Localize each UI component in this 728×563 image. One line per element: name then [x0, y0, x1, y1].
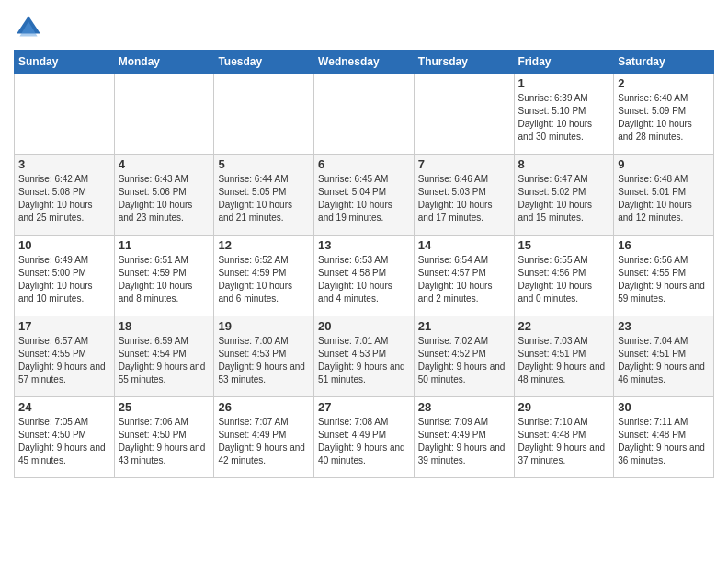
calendar-cell: 27Sunrise: 7:08 AM Sunset: 4:49 PM Dayli… [314, 397, 415, 478]
day-info: Sunrise: 6:46 AM Sunset: 5:03 PM Dayligh… [418, 173, 510, 224]
calendar-cell: 6Sunrise: 6:45 AM Sunset: 5:04 PM Daylig… [314, 155, 415, 236]
calendar-cell: 9Sunrise: 6:48 AM Sunset: 5:01 PM Daylig… [614, 155, 714, 236]
day-info: Sunrise: 6:45 AM Sunset: 5:04 PM Dayligh… [318, 173, 410, 224]
day-number: 19 [218, 319, 310, 333]
day-info: Sunrise: 7:03 AM Sunset: 4:51 PM Dayligh… [518, 335, 610, 386]
calendar-cell: 29Sunrise: 7:10 AM Sunset: 4:48 PM Dayli… [514, 397, 614, 478]
calendar-cell: 7Sunrise: 6:46 AM Sunset: 5:03 PM Daylig… [414, 155, 514, 236]
day-number: 5 [218, 157, 310, 171]
calendar-cell: 22Sunrise: 7:03 AM Sunset: 4:51 PM Dayli… [514, 316, 614, 397]
calendar-cell [314, 74, 415, 155]
calendar-cell [414, 74, 514, 155]
calendar-header-monday: Monday [114, 51, 214, 74]
calendar-header-sunday: Sunday [15, 51, 115, 74]
day-number: 15 [518, 238, 610, 252]
calendar-cell: 24Sunrise: 7:05 AM Sunset: 4:50 PM Dayli… [15, 397, 115, 478]
day-number: 1 [518, 76, 610, 90]
calendar-cell: 13Sunrise: 6:53 AM Sunset: 4:58 PM Dayli… [314, 236, 415, 316]
day-number: 28 [418, 400, 510, 414]
day-info: Sunrise: 6:53 AM Sunset: 4:58 PM Dayligh… [318, 254, 410, 305]
logo [14, 13, 47, 42]
day-number: 25 [119, 400, 210, 414]
day-number: 14 [418, 238, 510, 252]
day-info: Sunrise: 6:44 AM Sunset: 5:05 PM Dayligh… [218, 173, 310, 224]
day-number: 20 [318, 319, 410, 333]
day-info: Sunrise: 6:42 AM Sunset: 5:08 PM Dayligh… [18, 173, 110, 224]
calendar-header-wednesday: Wednesday [314, 51, 415, 74]
calendar-header-saturday: Saturday [614, 51, 714, 74]
day-info: Sunrise: 7:01 AM Sunset: 4:53 PM Dayligh… [318, 335, 410, 386]
day-info: Sunrise: 6:59 AM Sunset: 4:54 PM Dayligh… [119, 335, 210, 386]
day-number: 24 [18, 400, 110, 414]
day-info: Sunrise: 6:48 AM Sunset: 5:01 PM Dayligh… [618, 173, 710, 224]
calendar-cell: 16Sunrise: 6:56 AM Sunset: 4:55 PM Dayli… [614, 236, 714, 316]
calendar-header-row: SundayMondayTuesdayWednesdayThursdayFrid… [15, 51, 714, 74]
calendar-cell: 8Sunrise: 6:47 AM Sunset: 5:02 PM Daylig… [514, 155, 614, 236]
day-number: 13 [318, 238, 410, 252]
calendar-cell: 18Sunrise: 6:59 AM Sunset: 4:54 PM Dayli… [114, 316, 214, 397]
day-number: 12 [218, 238, 310, 252]
day-number: 27 [318, 400, 410, 414]
calendar-cell: 26Sunrise: 7:07 AM Sunset: 4:49 PM Dayli… [214, 397, 314, 478]
day-info: Sunrise: 7:11 AM Sunset: 4:48 PM Dayligh… [618, 416, 710, 467]
calendar-cell: 5Sunrise: 6:44 AM Sunset: 5:05 PM Daylig… [214, 155, 314, 236]
calendar-header-friday: Friday [514, 51, 614, 74]
page: SundayMondayTuesdayWednesdayThursdayFrid… [0, 0, 728, 492]
calendar-header-thursday: Thursday [414, 51, 514, 74]
calendar-cell: 28Sunrise: 7:09 AM Sunset: 4:49 PM Dayli… [414, 397, 514, 478]
day-info: Sunrise: 6:39 AM Sunset: 5:10 PM Dayligh… [518, 92, 610, 144]
calendar-week-1: 1Sunrise: 6:39 AM Sunset: 5:10 PM Daylig… [15, 74, 714, 155]
day-info: Sunrise: 6:57 AM Sunset: 4:55 PM Dayligh… [18, 335, 110, 386]
day-info: Sunrise: 7:02 AM Sunset: 4:52 PM Dayligh… [418, 335, 510, 386]
day-number: 17 [18, 319, 110, 333]
calendar-cell [15, 74, 115, 155]
day-number: 22 [518, 319, 610, 333]
calendar-cell: 1Sunrise: 6:39 AM Sunset: 5:10 PM Daylig… [514, 74, 614, 155]
calendar-week-4: 17Sunrise: 6:57 AM Sunset: 4:55 PM Dayli… [15, 316, 714, 397]
day-info: Sunrise: 6:49 AM Sunset: 5:00 PM Dayligh… [18, 254, 110, 305]
calendar-cell: 30Sunrise: 7:11 AM Sunset: 4:48 PM Dayli… [614, 397, 714, 478]
day-info: Sunrise: 7:07 AM Sunset: 4:49 PM Dayligh… [218, 416, 310, 467]
day-info: Sunrise: 6:47 AM Sunset: 5:02 PM Dayligh… [518, 173, 610, 224]
day-info: Sunrise: 7:04 AM Sunset: 4:51 PM Dayligh… [618, 335, 710, 386]
day-info: Sunrise: 7:05 AM Sunset: 4:50 PM Dayligh… [18, 416, 110, 467]
calendar-cell: 12Sunrise: 6:52 AM Sunset: 4:59 PM Dayli… [214, 236, 314, 316]
calendar-cell: 23Sunrise: 7:04 AM Sunset: 4:51 PM Dayli… [614, 316, 714, 397]
header [14, 9, 714, 42]
calendar-cell [114, 74, 214, 155]
day-info: Sunrise: 6:54 AM Sunset: 4:57 PM Dayligh… [418, 254, 510, 305]
day-number: 8 [518, 157, 610, 171]
day-info: Sunrise: 7:10 AM Sunset: 4:48 PM Dayligh… [518, 416, 610, 467]
day-number: 16 [618, 238, 710, 252]
day-number: 4 [119, 157, 210, 171]
day-number: 29 [518, 400, 610, 414]
day-number: 10 [18, 238, 110, 252]
day-info: Sunrise: 6:55 AM Sunset: 4:56 PM Dayligh… [518, 254, 610, 305]
calendar-week-3: 10Sunrise: 6:49 AM Sunset: 5:00 PM Dayli… [15, 236, 714, 316]
calendar-week-5: 24Sunrise: 7:05 AM Sunset: 4:50 PM Dayli… [15, 397, 714, 478]
day-number: 30 [618, 400, 710, 414]
day-info: Sunrise: 6:43 AM Sunset: 5:06 PM Dayligh… [119, 173, 210, 224]
calendar-cell: 21Sunrise: 7:02 AM Sunset: 4:52 PM Dayli… [414, 316, 514, 397]
calendar-week-2: 3Sunrise: 6:42 AM Sunset: 5:08 PM Daylig… [15, 155, 714, 236]
day-number: 6 [318, 157, 410, 171]
calendar-cell: 20Sunrise: 7:01 AM Sunset: 4:53 PM Dayli… [314, 316, 415, 397]
day-info: Sunrise: 6:51 AM Sunset: 4:59 PM Dayligh… [119, 254, 210, 305]
day-number: 7 [418, 157, 510, 171]
calendar-cell: 15Sunrise: 6:55 AM Sunset: 4:56 PM Dayli… [514, 236, 614, 316]
day-info: Sunrise: 6:56 AM Sunset: 4:55 PM Dayligh… [618, 254, 710, 305]
day-number: 23 [618, 319, 710, 333]
calendar-cell: 4Sunrise: 6:43 AM Sunset: 5:06 PM Daylig… [114, 155, 214, 236]
day-number: 3 [18, 157, 110, 171]
day-number: 11 [119, 238, 210, 252]
calendar-cell: 25Sunrise: 7:06 AM Sunset: 4:50 PM Dayli… [114, 397, 214, 478]
day-number: 18 [119, 319, 210, 333]
day-info: Sunrise: 7:08 AM Sunset: 4:49 PM Dayligh… [318, 416, 410, 467]
day-number: 9 [618, 157, 710, 171]
calendar-cell: 3Sunrise: 6:42 AM Sunset: 5:08 PM Daylig… [15, 155, 115, 236]
day-info: Sunrise: 7:06 AM Sunset: 4:50 PM Dayligh… [119, 416, 210, 467]
day-info: Sunrise: 7:09 AM Sunset: 4:49 PM Dayligh… [418, 416, 510, 467]
day-info: Sunrise: 7:00 AM Sunset: 4:53 PM Dayligh… [218, 335, 310, 386]
calendar-table: SundayMondayTuesdayWednesdayThursdayFrid… [14, 50, 714, 478]
day-number: 21 [418, 319, 510, 333]
